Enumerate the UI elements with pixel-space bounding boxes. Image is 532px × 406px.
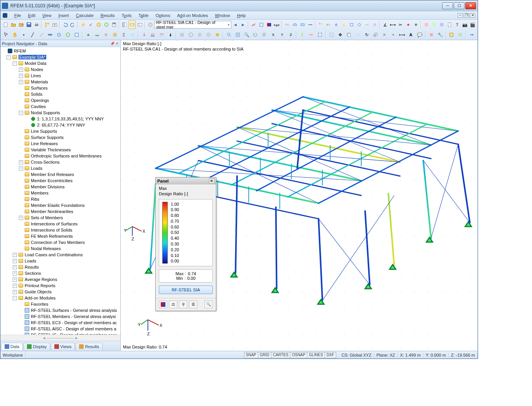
tree-node[interactable]: +Printout Reports bbox=[0, 283, 120, 289]
spark-icon[interactable]: ⚡ bbox=[79, 20, 87, 29]
menu-insert[interactable]: Insert bbox=[57, 12, 71, 19]
panel-titlebar[interactable]: Panel ✕ bbox=[156, 178, 216, 184]
zoom-all-icon[interactable] bbox=[234, 30, 242, 39]
status-toggle-osnap[interactable]: OSNAP bbox=[290, 352, 307, 358]
member-icon[interactable] bbox=[46, 30, 55, 39]
menu-options[interactable]: Options bbox=[154, 12, 172, 19]
tree-node[interactable]: 2: 65,67,72-74; YYY NNY bbox=[0, 122, 120, 128]
t2-icon[interactable] bbox=[430, 20, 438, 29]
prev-case-icon[interactable]: ◄ bbox=[232, 20, 239, 29]
navigator-tree[interactable]: RFEM−Example SIA*−Model Data+Nodes+Lines… bbox=[0, 47, 120, 335]
menu-table[interactable]: Table bbox=[137, 12, 150, 19]
axial-icon[interactable] bbox=[306, 20, 314, 29]
panel-tab-filter-icon[interactable]: ⚲ bbox=[179, 301, 187, 308]
tree-node[interactable]: +Loads bbox=[0, 258, 120, 264]
tree-node[interactable]: Member Divisions bbox=[0, 184, 120, 190]
tree-node[interactable]: Surfaces bbox=[0, 85, 120, 91]
transp-icon[interactable] bbox=[204, 30, 213, 39]
line2-icon[interactable] bbox=[37, 30, 46, 39]
tree-node[interactable]: Member Elastic Foundations bbox=[0, 202, 120, 208]
dim-icon[interactable]: ⟷ bbox=[389, 20, 396, 29]
report-icon[interactable] bbox=[446, 20, 453, 29]
tool-a-icon[interactable] bbox=[404, 20, 412, 29]
g2-icon[interactable] bbox=[325, 20, 332, 29]
select-icon[interactable] bbox=[327, 30, 336, 39]
tables-icon[interactable] bbox=[128, 20, 136, 29]
menu-file[interactable]: File bbox=[13, 12, 23, 19]
status-toggle-cartes[interactable]: CARTES bbox=[271, 352, 290, 358]
view-s-icon[interactable] bbox=[456, 30, 465, 39]
cube2-icon[interactable] bbox=[103, 20, 110, 29]
tree-node[interactable]: Nodal Releases bbox=[0, 245, 120, 252]
surface-icon[interactable] bbox=[55, 30, 63, 39]
g4-icon[interactable] bbox=[340, 20, 347, 29]
tree-node[interactable]: RF-STEEL Members - General stress analys… bbox=[0, 313, 120, 320]
tree-node[interactable]: +Sets of Members bbox=[0, 215, 120, 221]
g6-icon[interactable] bbox=[355, 20, 363, 29]
box-icon[interactable] bbox=[146, 20, 154, 29]
scale-icon[interactable] bbox=[371, 30, 380, 39]
tree-node[interactable]: Orthotropic Surfaces and Membranes bbox=[0, 153, 120, 159]
screenshot-icon[interactable] bbox=[51, 20, 58, 29]
tree-node[interactable]: Openings bbox=[0, 97, 120, 103]
project-manager-icon[interactable] bbox=[43, 20, 51, 29]
menu-window[interactable]: Window bbox=[214, 12, 232, 19]
open-icon[interactable] bbox=[10, 20, 17, 29]
close-model-icon[interactable] bbox=[17, 20, 25, 29]
snap-g-icon[interactable] bbox=[380, 30, 389, 39]
snap-h-icon[interactable] bbox=[389, 30, 397, 39]
tree-node[interactable]: +Cross-Sections bbox=[0, 159, 120, 165]
tables2-icon[interactable] bbox=[136, 20, 143, 29]
mdi-minimize[interactable]: ─ bbox=[458, 13, 463, 18]
render-icon[interactable] bbox=[213, 30, 222, 39]
tree-node[interactable]: +Materials bbox=[0, 79, 120, 85]
save-icon[interactable] bbox=[25, 20, 32, 29]
video-icon[interactable]: 🎬 bbox=[469, 20, 476, 29]
settings-icon[interactable] bbox=[448, 30, 456, 39]
tree-node[interactable]: −Example SIA* bbox=[0, 54, 120, 60]
wrench-icon[interactable]: 🔧 bbox=[436, 30, 444, 39]
tab-results[interactable]: Results bbox=[76, 343, 103, 350]
g1-icon[interactable] bbox=[317, 20, 324, 29]
shear-icon[interactable] bbox=[299, 20, 306, 29]
support-node-icon[interactable] bbox=[84, 30, 93, 39]
menu-tools[interactable]: Tools bbox=[120, 12, 133, 19]
view-iso-icon[interactable] bbox=[260, 30, 268, 39]
menu-edit[interactable]: Edit bbox=[27, 12, 37, 19]
tree-node[interactable]: RF-STEEL IS - Design of steel members ac… bbox=[0, 332, 120, 335]
status-toggle-grid[interactable]: GRID bbox=[258, 352, 271, 358]
dimension-icon[interactable]: ⟼ bbox=[398, 30, 406, 39]
tab-data[interactable]: Data bbox=[1, 343, 23, 350]
tree-node[interactable]: +Guide Objects bbox=[0, 289, 120, 295]
tree-node[interactable]: Intersections of Solids bbox=[0, 227, 120, 233]
view-x-icon[interactable]: X bbox=[269, 30, 277, 39]
cube-icon[interactable] bbox=[95, 20, 102, 29]
tree-node[interactable]: RF-STEEL EC3 - Design of steel members a… bbox=[0, 320, 120, 326]
status-toggle-glines[interactable]: GLINES bbox=[307, 352, 325, 358]
tree-node[interactable]: −Nodal Supports bbox=[0, 110, 120, 116]
load-line-icon[interactable] bbox=[149, 30, 157, 39]
angle-icon[interactable]: ∡ bbox=[381, 20, 389, 29]
tree-node[interactable]: Line Releases bbox=[0, 140, 120, 147]
clip-x-icon[interactable] bbox=[298, 30, 306, 39]
solid-icon[interactable] bbox=[64, 30, 72, 39]
tree-node[interactable]: Member End Releases bbox=[0, 171, 120, 178]
iso-icon[interactable] bbox=[258, 20, 265, 29]
new-icon[interactable] bbox=[2, 20, 9, 29]
support-line-icon[interactable] bbox=[93, 30, 101, 39]
tree-node[interactable]: FE Mesh Refinements bbox=[0, 233, 120, 239]
t3-icon[interactable] bbox=[438, 20, 445, 29]
navigator-icon[interactable] bbox=[121, 20, 128, 29]
line-icon[interactable]: ╱ bbox=[29, 30, 37, 39]
tree-node[interactable]: +Sections bbox=[0, 270, 120, 276]
tree-node[interactable]: +Load Cases and Combinations bbox=[0, 252, 120, 258]
opening-icon[interactable] bbox=[72, 30, 81, 39]
tree-node[interactable]: RF-STEEL Surfaces - General stress analy… bbox=[0, 307, 120, 313]
panel-tab-factor-icon[interactable]: ⚖ bbox=[169, 301, 177, 308]
tree-node[interactable]: +Results bbox=[0, 264, 120, 270]
wire-icon[interactable] bbox=[187, 30, 195, 39]
contour-icon[interactable] bbox=[265, 20, 273, 29]
tree-node[interactable]: Variable Thicknesses bbox=[0, 147, 120, 153]
t1-icon[interactable] bbox=[423, 20, 430, 29]
move-icon[interactable]: ✥ bbox=[336, 30, 345, 39]
